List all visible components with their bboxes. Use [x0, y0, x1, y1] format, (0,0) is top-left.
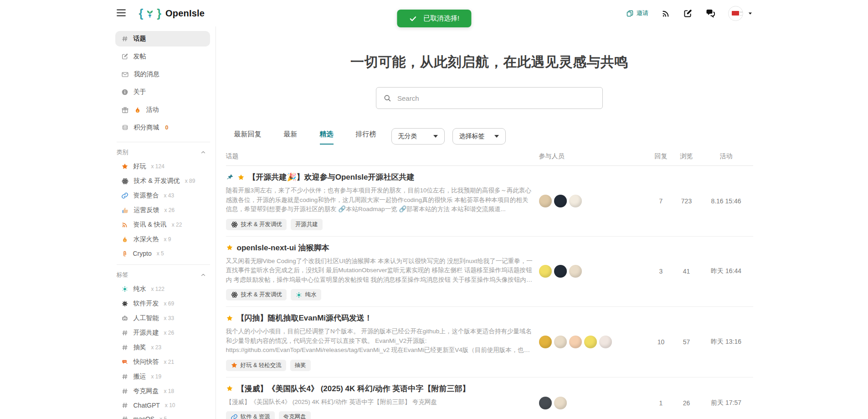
tab[interactable]: 排行榜 — [356, 130, 376, 145]
topic-title[interactable]: 【闪抽】随机抽取EvanMi源代码发送！ — [237, 313, 373, 323]
sidebar-filter-item[interactable]: Crypto x 5 — [115, 247, 210, 260]
participant-avatar[interactable] — [554, 265, 567, 278]
participant-avatar[interactable] — [569, 195, 582, 207]
sidebar-item[interactable]: 我的消息 — [115, 67, 210, 82]
participant-avatar[interactable] — [539, 336, 552, 348]
messages-button[interactable] — [705, 8, 716, 19]
filter-count: x 5 — [159, 416, 167, 419]
tab[interactable]: 最新回复 — [234, 130, 262, 145]
sidebar-filter-item[interactable]: 技术 & 开发调优 x 89 — [115, 174, 210, 188]
logo-brace-right: } — [157, 8, 161, 19]
hash-icon — [121, 35, 128, 42]
search-input[interactable] — [396, 94, 596, 103]
topic-tag[interactable]: 纯水 — [291, 289, 321, 300]
chat-icon — [121, 358, 128, 366]
participant-avatar[interactable] — [599, 336, 612, 348]
caret-down-icon — [494, 135, 499, 138]
topic-title[interactable]: 【漫威】《美国队长4》 (2025) 4K 科幻/动作 英语中字【附前三部】 — [237, 383, 470, 394]
topic-tag[interactable]: 技术 & 开发调优 — [226, 289, 287, 300]
topic-tag[interactable]: 技术 & 开发调优 — [226, 219, 287, 230]
filter-count: x 69 — [164, 300, 175, 307]
sidebar-filter-item[interactable]: 资讯 & 快讯 x 22 — [115, 217, 210, 232]
toast-label: 已取消选择! — [423, 14, 459, 23]
invite-button[interactable]: 邀请 — [626, 9, 649, 17]
sidebar-filter-item[interactable]: 人工智能 x 33 — [115, 311, 210, 326]
sidebar-item-label: 积分商城 — [134, 124, 159, 132]
sidebar-filter-item[interactable]: 运营反馈 x 26 — [115, 203, 210, 217]
filter-count: x 21 — [164, 359, 175, 365]
sidebar-filter-item[interactable]: 软件开发 x 69 — [115, 296, 210, 311]
tab[interactable]: 精选 — [320, 130, 334, 145]
hero-title: 一切可能，从此刻启航，在此遇见灵感与共鸣 — [226, 53, 753, 72]
participant-avatar[interactable] — [539, 195, 552, 207]
activity-time: 前天 17:57 — [699, 399, 753, 407]
sidebar-filter-item[interactable]: 搬运 x 19 — [115, 369, 210, 384]
sidebar-filter-item[interactable]: 夸克网盘 x 18 — [115, 384, 210, 398]
sidebar-item[interactable]: 关于 — [115, 84, 210, 100]
sidebar-item[interactable]: 积分商城 0 — [115, 120, 210, 135]
filter-count: x 43 — [164, 192, 175, 199]
sidebar-filter-item[interactable]: 水深火热 x 9 — [115, 232, 210, 247]
participant-avatar[interactable] — [569, 336, 582, 348]
tags-section-header[interactable]: 标签 — [115, 269, 210, 282]
participant-avatar[interactable] — [554, 195, 567, 207]
tag-filter-select[interactable]: 选择标签 — [452, 128, 506, 145]
topic-tag[interactable]: 好玩 & 轻松交流 — [226, 360, 286, 371]
sidebar-item[interactable]: 话题 — [115, 31, 210, 47]
sidebar-filter-item[interactable]: 开源共建 x 26 — [115, 326, 210, 340]
category-filter-select[interactable]: 无分类 — [391, 128, 445, 145]
chevron-down-icon[interactable] — [747, 10, 753, 16]
participant-avatar[interactable] — [584, 336, 597, 348]
participant-avatar[interactable] — [539, 397, 552, 409]
filter-count: x 26 — [164, 330, 175, 336]
sprout-icon — [144, 7, 156, 19]
check-icon — [409, 15, 417, 23]
tab[interactable]: 最新 — [284, 130, 298, 145]
sidebar-item[interactable]: 发帖 — [115, 49, 210, 64]
topic-tag[interactable]: 夸克网盘 — [279, 411, 311, 419]
participant-avatar[interactable] — [569, 265, 582, 278]
categories-section-header[interactable]: 类别 — [115, 146, 210, 159]
topic-list-header: 话题 参与人员 回复 浏览 活动 — [226, 146, 753, 166]
participant-avatar[interactable] — [554, 397, 567, 409]
column-topic: 话题 — [226, 152, 539, 160]
filter-label: 水深火热 — [134, 235, 159, 243]
sidebar-filter-item[interactable]: macOS x 5 — [115, 412, 210, 419]
participant-avatar[interactable] — [554, 336, 567, 348]
sidebar: 话题 发帖 我的消息 关于 活动 积分商城 0 类别 — [115, 26, 216, 419]
compose-icon — [121, 53, 128, 60]
topic-title[interactable]: 【开源共建🎉】欢迎参与OpenIsle开源社区共建 — [248, 172, 415, 182]
topic-excerpt: 我个人的小小小项目，目前已经调整了N个版本。 开源的版本已经公开在github上… — [226, 327, 534, 355]
menu-button[interactable] — [115, 7, 127, 20]
topic-tag[interactable]: 软件 & 资源 — [226, 411, 275, 419]
chevron-up-icon[interactable] — [200, 272, 206, 278]
mail-icon — [121, 71, 129, 78]
topic-title[interactable]: openIsle-next-ui 油猴脚本 — [237, 243, 329, 253]
categories-title: 类别 — [117, 148, 128, 156]
rss-button[interactable] — [661, 9, 671, 18]
sidebar-filter-item[interactable]: 资源整合 x 43 — [115, 188, 210, 203]
user-avatar[interactable] — [728, 6, 743, 21]
filter-label: macOS — [134, 415, 155, 419]
compose-button[interactable] — [683, 9, 693, 18]
brand-logo[interactable]: { } OpenIsle — [139, 7, 205, 19]
topic-tag[interactable]: 开源共建 — [291, 219, 323, 230]
sidebar-filter-item[interactable]: ChatGPT x 10 — [115, 398, 210, 412]
atom-icon — [231, 221, 238, 228]
sidebar-item[interactable]: 活动 — [115, 102, 210, 118]
bitcoin-icon — [121, 250, 128, 257]
water-icon — [121, 285, 128, 293]
sidebar-filter-item[interactable]: 好玩 x 124 — [115, 159, 210, 174]
sidebar-filter-item[interactable]: 抽奖 x 23 — [115, 340, 210, 355]
sidebar-filter-item[interactable]: 快问快答 x 21 — [115, 355, 210, 369]
filter-label: 资讯 & 快讯 — [134, 221, 167, 229]
user-menu[interactable] — [728, 6, 753, 21]
participant-avatar[interactable] — [539, 265, 552, 278]
points-badge: 0 — [165, 124, 169, 131]
sidebar-filter-item[interactable]: 纯水 x 122 — [115, 282, 210, 296]
flame-icon — [134, 106, 141, 114]
info-icon — [121, 88, 128, 96]
topic-tag[interactable]: 抽奖 — [290, 360, 311, 371]
search-box[interactable] — [376, 87, 603, 109]
chevron-up-icon[interactable] — [200, 149, 206, 155]
